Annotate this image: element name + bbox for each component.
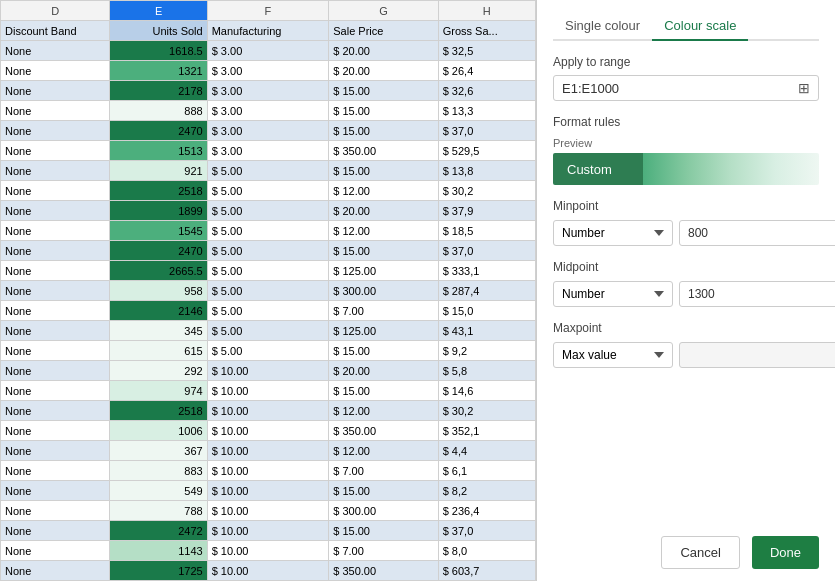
- table-row: $ 20.00: [329, 41, 438, 61]
- done-button[interactable]: Done: [752, 536, 819, 569]
- table-row: 921: [110, 161, 207, 181]
- midpoint-type-select[interactable]: Number Percent Percentile None: [553, 281, 673, 307]
- table-row: $ 15.00: [329, 121, 438, 141]
- table-row: $ 7.00: [329, 301, 438, 321]
- maxpoint-label: Maxpoint: [553, 321, 819, 335]
- table-row: None: [1, 501, 110, 521]
- table-row: $ 15.00: [329, 341, 438, 361]
- table-row: 2146: [110, 301, 207, 321]
- table-row: $ 14,6: [438, 381, 535, 401]
- table-row: $ 13,3: [438, 101, 535, 121]
- table-row: $ 125.00: [329, 321, 438, 341]
- table-row: $ 32,6: [438, 81, 535, 101]
- cancel-button[interactable]: Cancel: [661, 536, 739, 569]
- table-row: $ 15,0: [438, 301, 535, 321]
- table-row: None: [1, 161, 110, 181]
- table-row: $ 37,0: [438, 121, 535, 141]
- preview-bar: Custom: [553, 153, 819, 185]
- table-row: $ 15.00: [329, 81, 438, 101]
- table-row: $ 30,2: [438, 181, 535, 201]
- table-row: $ 43,1: [438, 321, 535, 341]
- table-row: $ 333,1: [438, 261, 535, 281]
- maxpoint-value-input[interactable]: [679, 342, 835, 368]
- table-row: None: [1, 481, 110, 501]
- table-row: 1143: [110, 541, 207, 561]
- col-d-label: Discount Band: [1, 21, 110, 41]
- table-row: 1545: [110, 221, 207, 241]
- table-row: $ 3.00: [207, 41, 329, 61]
- table-row: $ 5.00: [207, 281, 329, 301]
- table-row: $ 12.00: [329, 221, 438, 241]
- table-row: None: [1, 461, 110, 481]
- table-row: $ 5.00: [207, 261, 329, 281]
- table-row: 2518: [110, 401, 207, 421]
- table-row: 788: [110, 501, 207, 521]
- midpoint-value-input[interactable]: [679, 281, 835, 307]
- col-d-header[interactable]: D: [1, 1, 110, 21]
- table-row: None: [1, 261, 110, 281]
- table-row: $ 529,5: [438, 141, 535, 161]
- table-row: $ 26,4: [438, 61, 535, 81]
- table-row: 615: [110, 341, 207, 361]
- table-row: $ 5.00: [207, 341, 329, 361]
- table-row: 2470: [110, 121, 207, 141]
- minpoint-row: Number Percent Percentile Min value ▾: [553, 218, 819, 248]
- tab-single-colour[interactable]: Single colour: [553, 12, 652, 41]
- col-f-header[interactable]: F: [207, 1, 329, 21]
- apply-to-range-label: Apply to range: [553, 55, 819, 69]
- range-input[interactable]: [562, 81, 798, 96]
- spreadsheet: D E F G H Discount Band Units Sold Manuf…: [0, 0, 537, 581]
- col-h-label: Gross Sa...: [438, 21, 535, 41]
- table-row: 292: [110, 361, 207, 381]
- table-row: $ 7.00: [329, 541, 438, 561]
- table-row: None: [1, 341, 110, 361]
- table-row: $ 603,7: [438, 561, 535, 581]
- maxpoint-row: Max value Number Percent Percentile ▾: [553, 340, 819, 370]
- table-row: $ 13,8: [438, 161, 535, 181]
- table-row: 883: [110, 461, 207, 481]
- grid-icon[interactable]: ⊞: [798, 80, 810, 96]
- table-row: None: [1, 541, 110, 561]
- table-row: $ 15.00: [329, 521, 438, 541]
- col-h-header[interactable]: H: [438, 1, 535, 21]
- table-row: $ 350.00: [329, 561, 438, 581]
- table-row: 1006: [110, 421, 207, 441]
- table-row: $ 12.00: [329, 401, 438, 421]
- table-row: $ 15.00: [329, 241, 438, 261]
- table-row: 2178: [110, 81, 207, 101]
- table-row: $ 10.00: [207, 481, 329, 501]
- maxpoint-type-select[interactable]: Max value Number Percent Percentile: [553, 342, 673, 368]
- table-row: $ 7.00: [329, 461, 438, 481]
- minpoint-value-input[interactable]: [679, 220, 835, 246]
- table-row: $ 5,8: [438, 361, 535, 381]
- table-row: None: [1, 561, 110, 581]
- table-row: 2665.5: [110, 261, 207, 281]
- table-row: $ 5.00: [207, 221, 329, 241]
- table-row: $ 37,9: [438, 201, 535, 221]
- table-row: $ 10.00: [207, 421, 329, 441]
- table-row: $ 8,2: [438, 481, 535, 501]
- table-row: $ 3.00: [207, 61, 329, 81]
- tab-colour-scale[interactable]: Colour scale: [652, 12, 748, 41]
- minpoint-type-select[interactable]: Number Percent Percentile Min value: [553, 220, 673, 246]
- preview-section: Preview Custom: [553, 137, 819, 185]
- table-row: $ 30,2: [438, 401, 535, 421]
- table-row: $ 10.00: [207, 401, 329, 421]
- table-row: $ 5.00: [207, 321, 329, 341]
- table-row: $ 125.00: [329, 261, 438, 281]
- table-row: $ 15.00: [329, 161, 438, 181]
- table-row: $ 9,2: [438, 341, 535, 361]
- table-row: $ 18,5: [438, 221, 535, 241]
- table-row: $ 15.00: [329, 381, 438, 401]
- table-row: $ 300.00: [329, 281, 438, 301]
- table-row: $ 15.00: [329, 101, 438, 121]
- col-g-label: Sale Price: [329, 21, 438, 41]
- col-e-header[interactable]: E: [110, 1, 207, 21]
- table-row: None: [1, 141, 110, 161]
- col-g-header[interactable]: G: [329, 1, 438, 21]
- table-row: None: [1, 521, 110, 541]
- table-row: $ 12.00: [329, 181, 438, 201]
- table-row: None: [1, 121, 110, 141]
- maxpoint-section: Maxpoint Max value Number Percent Percen…: [553, 321, 819, 370]
- table-row: $ 10.00: [207, 361, 329, 381]
